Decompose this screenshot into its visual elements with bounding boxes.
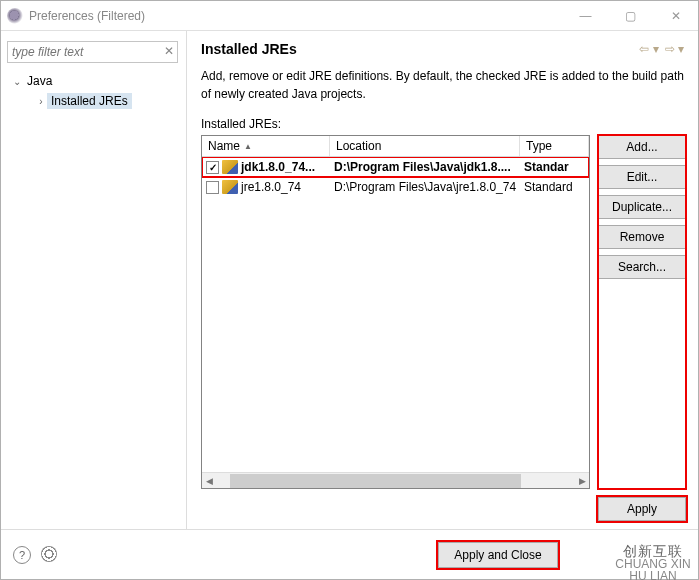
cell-location: D:\Program Files\Java\jre1.8.0_74 bbox=[330, 180, 520, 194]
tree-label: Java bbox=[23, 73, 56, 89]
checkbox[interactable]: ✓ bbox=[206, 161, 219, 174]
leaf-icon: › bbox=[35, 96, 47, 107]
list-area: Name▲ Location Type ✓ jdk1.8.0_74... D:\… bbox=[201, 135, 686, 489]
jre-icon bbox=[222, 160, 238, 174]
page-description: Add, remove or edit JRE definitions. By … bbox=[201, 67, 686, 103]
column-type[interactable]: Type bbox=[520, 136, 589, 156]
filter-wrap: ✕ bbox=[7, 41, 178, 63]
forward-icon[interactable]: ⇨ ▾ bbox=[663, 41, 686, 57]
window-title: Preferences (Filtered) bbox=[29, 9, 563, 23]
content-header: Installed JREs ⇦ ▾ ⇨ ▾ bbox=[201, 41, 686, 57]
checkbox[interactable] bbox=[206, 181, 219, 194]
cell-type: Standar bbox=[520, 160, 589, 174]
window-buttons: — ▢ ✕ bbox=[563, 1, 698, 31]
main-area: ✕ ⌄ Java › Installed JREs Installed JREs… bbox=[1, 31, 698, 529]
maximize-button[interactable]: ▢ bbox=[608, 1, 653, 31]
tree-label: Installed JREs bbox=[47, 93, 132, 109]
sidebar: ✕ ⌄ Java › Installed JREs bbox=[1, 31, 187, 529]
table-header: Name▲ Location Type bbox=[202, 136, 589, 157]
nav-tree: ⌄ Java › Installed JREs bbox=[5, 71, 182, 111]
cell-type: Standard bbox=[520, 180, 589, 194]
scroll-thumb[interactable] bbox=[230, 474, 521, 488]
list-label: Installed JREs: bbox=[201, 117, 686, 131]
nav-history: ⇦ ▾ ⇨ ▾ bbox=[637, 41, 686, 57]
apply-button[interactable]: Apply bbox=[598, 497, 686, 521]
sort-asc-icon: ▲ bbox=[244, 142, 252, 151]
horizontal-scrollbar[interactable]: ◀ ▶ bbox=[202, 472, 589, 488]
scroll-track[interactable] bbox=[230, 474, 561, 488]
scroll-right-icon[interactable]: ▶ bbox=[575, 476, 589, 486]
duplicate-button[interactable]: Duplicate... bbox=[598, 195, 686, 219]
edit-button[interactable]: Edit... bbox=[598, 165, 686, 189]
table-body: ✓ jdk1.8.0_74... D:\Program Files\Java\j… bbox=[202, 157, 589, 472]
column-name[interactable]: Name▲ bbox=[202, 136, 330, 156]
column-location[interactable]: Location bbox=[330, 136, 520, 156]
content-pane: Installed JREs ⇦ ▾ ⇨ ▾ Add, remove or ed… bbox=[187, 31, 698, 529]
scroll-left-icon[interactable]: ◀ bbox=[202, 476, 216, 486]
table-row[interactable]: ✓ jdk1.8.0_74... D:\Program Files\Java\j… bbox=[202, 157, 589, 177]
table-row[interactable]: jre1.8.0_74 D:\Program Files\Java\jre1.8… bbox=[202, 177, 589, 197]
cell-location: D:\Program Files\Java\jdk1.8.... bbox=[330, 160, 520, 174]
button-column: Add... Edit... Duplicate... Remove Searc… bbox=[598, 135, 686, 489]
add-button[interactable]: Add... bbox=[598, 135, 686, 159]
cell-name: jre1.8.0_74 bbox=[202, 180, 330, 194]
close-button[interactable]: ✕ bbox=[653, 1, 698, 31]
minimize-button[interactable]: — bbox=[563, 1, 608, 31]
cell-name: ✓ jdk1.8.0_74... bbox=[202, 160, 330, 174]
apply-and-close-button[interactable]: Apply and Close bbox=[438, 542, 558, 568]
remove-button[interactable]: Remove bbox=[598, 225, 686, 249]
page-title: Installed JREs bbox=[201, 41, 637, 57]
filter-input[interactable] bbox=[7, 41, 178, 63]
tree-item-java[interactable]: ⌄ Java bbox=[7, 71, 182, 91]
apply-row: Apply bbox=[201, 497, 686, 521]
watermark: 创新互联 CHUANG XIN HU LIAN bbox=[609, 548, 697, 578]
jre-table: Name▲ Location Type ✓ jdk1.8.0_74... D:\… bbox=[201, 135, 590, 489]
clear-filter-icon[interactable]: ✕ bbox=[164, 44, 174, 58]
import-export-icon[interactable] bbox=[41, 546, 57, 562]
help-icon[interactable]: ? bbox=[13, 546, 31, 564]
expand-icon[interactable]: ⌄ bbox=[11, 76, 23, 87]
jre-icon bbox=[222, 180, 238, 194]
tree-item-installed-jres[interactable]: › Installed JREs bbox=[7, 91, 182, 111]
titlebar: Preferences (Filtered) — ▢ ✕ bbox=[1, 1, 698, 31]
app-icon bbox=[7, 8, 23, 24]
back-icon[interactable]: ⇦ ▾ bbox=[637, 41, 660, 57]
footer: ? Apply and Close Cancel 创新互联 CHUANG XIN… bbox=[1, 529, 698, 579]
search-button[interactable]: Search... bbox=[598, 255, 686, 279]
footer-icons: ? bbox=[13, 546, 57, 564]
